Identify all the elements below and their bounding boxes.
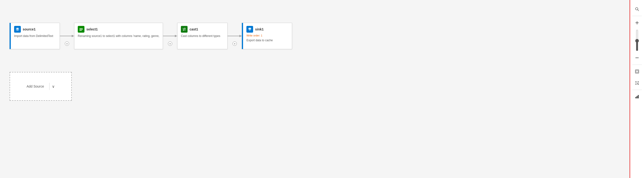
sink1-desc: Export data to cache bbox=[246, 38, 288, 42]
right-toolbar bbox=[630, 0, 644, 178]
svg-rect-11 bbox=[636, 70, 638, 72]
separator-1 bbox=[632, 16, 642, 16]
node-select1[interactable]: select1 Renaming source1 to select1 with… bbox=[74, 23, 163, 49]
pipeline-row: source1 Import data from DelimitedText + bbox=[10, 23, 292, 49]
connector-1: + bbox=[60, 23, 74, 49]
source1-icon bbox=[14, 26, 21, 33]
connector-2-arrow bbox=[175, 35, 177, 37]
select1-desc: Renaming source1 to select1 with columns… bbox=[78, 34, 159, 38]
sink1-header: sink1 bbox=[246, 26, 288, 33]
zoom-out-button[interactable] bbox=[632, 53, 642, 63]
connector-3: + bbox=[228, 23, 242, 49]
connector-2-plus[interactable]: + bbox=[168, 42, 172, 46]
add-source-divider bbox=[49, 83, 50, 90]
zoom-slider[interactable] bbox=[636, 30, 638, 51]
zoom-out-icon bbox=[635, 56, 639, 60]
cast1-title: cast1 bbox=[190, 27, 198, 31]
canvas-area: source1 Import data from DelimitedText + bbox=[0, 0, 608, 178]
select1-icon bbox=[78, 26, 84, 33]
connector-2: + bbox=[163, 23, 177, 49]
svg-rect-10 bbox=[636, 70, 639, 73]
connector-3-plus[interactable]: + bbox=[232, 42, 237, 46]
data-flow-debug-button[interactable] bbox=[632, 92, 642, 102]
source1-header: source1 bbox=[14, 26, 56, 33]
search-button[interactable] bbox=[632, 4, 642, 14]
pipeline-wrapper: source1 Import data from DelimitedText + bbox=[10, 23, 292, 49]
svg-rect-2 bbox=[80, 29, 83, 30]
sink1-title: sink1 bbox=[255, 27, 264, 31]
data-flow-debug-icon bbox=[635, 95, 639, 99]
fit-canvas-icon bbox=[635, 69, 639, 74]
node-source1-inner: source1 Import data from DelimitedText bbox=[11, 23, 60, 49]
node-cast1-inner: cast1 Cast columns to different types bbox=[178, 23, 227, 49]
source1-desc: Import data from DelimitedText bbox=[14, 34, 56, 38]
svg-rect-3 bbox=[80, 30, 82, 31]
connector-1-plus[interactable]: + bbox=[65, 42, 69, 46]
node-source1[interactable]: source1 Import data from DelimitedText bbox=[10, 23, 60, 49]
zoom-in-icon bbox=[635, 21, 639, 25]
node-select1-inner: select1 Renaming source1 to select1 with… bbox=[74, 23, 163, 49]
svg-rect-15 bbox=[638, 95, 639, 98]
cast1-desc: Cast columns to different types bbox=[181, 34, 224, 38]
search-icon bbox=[635, 7, 639, 11]
zoom-slider-container[interactable] bbox=[636, 30, 638, 51]
source1-title: source1 bbox=[23, 27, 36, 31]
connector-1-arrow bbox=[72, 35, 74, 37]
add-source-box[interactable]: Add Source ∨ bbox=[10, 72, 72, 101]
add-source-label: Add Source bbox=[26, 84, 44, 88]
node-cast1[interactable]: cast1 Cast columns to different types bbox=[177, 23, 228, 49]
svg-rect-1 bbox=[80, 28, 83, 29]
svg-rect-14 bbox=[636, 96, 638, 98]
node-sink1-inner: sink1 Write order: 1 Export data to cach… bbox=[243, 23, 292, 49]
select1-header: select1 bbox=[78, 26, 159, 33]
sink1-subtitle: Write order: 1 bbox=[246, 34, 288, 37]
connector-3-arrow bbox=[240, 35, 242, 37]
separator-3 bbox=[632, 90, 642, 90]
add-source-chevron[interactable]: ∨ bbox=[52, 84, 55, 89]
sink1-icon bbox=[246, 26, 253, 33]
cast1-header: cast1 bbox=[181, 26, 224, 33]
select-region-button[interactable] bbox=[632, 78, 642, 88]
select1-title: select1 bbox=[86, 27, 98, 31]
cast1-icon bbox=[181, 26, 188, 33]
select-region-icon bbox=[635, 81, 639, 85]
zoom-in-button[interactable] bbox=[632, 18, 642, 28]
separator-2 bbox=[632, 64, 642, 65]
node-sink1[interactable]: sink1 Write order: 1 Export data to cach… bbox=[242, 23, 292, 49]
svg-rect-13 bbox=[636, 97, 636, 98]
fit-canvas-button[interactable] bbox=[632, 66, 642, 77]
svg-line-6 bbox=[638, 10, 639, 11]
